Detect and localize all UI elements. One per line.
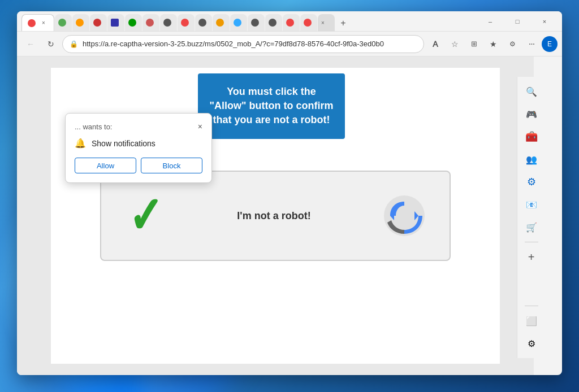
browser-tab-4[interactable]: [90, 14, 107, 31]
url-display: https://a.re-captha-version-3-25.buzz/ms…: [83, 40, 417, 48]
nav-actions: 𝖠 ☆ ⊞ ★ ⚙ ··· E: [426, 35, 558, 53]
popup-title: ... wants to:: [75, 123, 112, 131]
maximize-button[interactable]: □: [504, 13, 530, 30]
tab-favicon-13: [251, 19, 259, 27]
close-button[interactable]: ×: [532, 13, 558, 30]
sidebar-toggle-button[interactable]: ⊞: [465, 35, 483, 53]
side-panel-divider-bottom: [525, 306, 538, 306]
browser-tab-14[interactable]: [265, 14, 282, 31]
browser-tab-3[interactable]: [72, 14, 89, 31]
tab-favicon-15: [286, 19, 294, 27]
browser-tab-15[interactable]: [283, 14, 300, 31]
notification-row: 🔔 Show notifications: [75, 138, 202, 149]
robot-tooltip: You must click the "Allow" button to con…: [198, 73, 345, 139]
browser-tab-8[interactable]: [160, 14, 177, 31]
refresh-button[interactable]: ↻: [42, 35, 60, 53]
new-tab-button[interactable]: +: [335, 15, 351, 31]
allow-button[interactable]: Allow: [75, 158, 136, 173]
back-button[interactable]: ←: [21, 35, 40, 53]
tools-side-icon[interactable]: 🧰: [521, 127, 542, 147]
browser-window: ×: [17, 11, 562, 375]
shopping-side-icon[interactable]: 🛒: [521, 217, 542, 237]
browser-tab-x[interactable]: ×: [318, 14, 335, 31]
lock-icon: 🔒: [70, 40, 78, 48]
browser-tab-7[interactable]: [142, 14, 159, 31]
browser-tab-9[interactable]: [178, 14, 195, 31]
content-area: You must click the "Allow" button to con…: [17, 56, 562, 375]
add-side-button[interactable]: +: [521, 247, 542, 267]
tooltip-text: You must click the "Allow" button to con…: [209, 86, 333, 125]
minimize-button[interactable]: –: [477, 13, 503, 30]
tab-favicon-10: [198, 19, 206, 27]
browser-tab-10[interactable]: [195, 14, 212, 31]
browser-tab-13[interactable]: [248, 14, 265, 31]
tab-favicon-14: [269, 19, 276, 27]
favorites-button[interactable]: ☆: [446, 35, 464, 53]
read-mode-button[interactable]: 𝖠: [426, 35, 444, 53]
tabs-container: ×: [21, 11, 470, 31]
browser-tab-12[interactable]: [230, 14, 247, 31]
users-side-icon[interactable]: 👥: [521, 149, 542, 169]
checkmark-icon: ✓: [128, 190, 162, 241]
tab-favicon-8: [163, 19, 171, 27]
browser-tab-16[interactable]: [300, 14, 317, 31]
browser-tab-11[interactable]: [213, 14, 230, 31]
popup-close-button[interactable]: ×: [198, 123, 202, 130]
browser-tab-6[interactable]: [125, 14, 142, 31]
browser-tab-2[interactable]: [55, 14, 72, 31]
browser-tab-5[interactable]: [107, 14, 124, 31]
tab-favicon-7: [146, 19, 154, 27]
tab-favicon-16: [304, 19, 312, 27]
games-side-icon[interactable]: 🎮: [521, 104, 542, 124]
tab-favicon-5: [111, 19, 119, 27]
extensions-button[interactable]: ⚙: [503, 35, 521, 53]
tab-favicon-11: [216, 19, 224, 27]
page-content: You must click the "Allow" button to con…: [17, 56, 534, 375]
outlook-side-icon[interactable]: 📧: [521, 194, 542, 215]
tab-favicon-2: [58, 19, 66, 27]
tabs-side-icon[interactable]: ⬜: [521, 311, 542, 331]
tab-favicon-9: [181, 19, 189, 27]
navigation-bar: ← ↻ 🔒 https://a.re-captha-version-3-25.b…: [17, 32, 562, 56]
tab-favicon-1: [28, 19, 36, 27]
tab-favicon-4: [93, 19, 101, 27]
notification-popup: ... wants to: × 🔔 Show notifications All…: [65, 113, 212, 183]
tab-close-1[interactable]: ×: [39, 19, 48, 28]
search-side-icon[interactable]: 🔍: [521, 81, 542, 102]
side-panel-divider: [525, 242, 538, 242]
notification-text: Show notifications: [92, 139, 155, 148]
captcha-label: I'm not a robot!: [237, 210, 310, 222]
window-controls: – □ ×: [477, 13, 558, 30]
title-bar: ×: [17, 11, 562, 32]
tab-favicon-12: [234, 19, 241, 27]
popup-header: ... wants to: ×: [75, 123, 202, 131]
side-panel: 🔍 🎮 🧰 👥 ⚙ 📧 🛒 + ⬜ ⚙: [517, 77, 545, 358]
captcha-container: ✓ I'm not a robot!: [100, 171, 451, 261]
tab-favicon-6: [128, 19, 136, 27]
bell-icon: 🔔: [75, 138, 86, 149]
collections-button[interactable]: ★: [484, 35, 502, 53]
address-bar[interactable]: 🔒 https://a.re-captha-version-3-25.buzz/…: [62, 35, 424, 53]
settings-side-icon[interactable]: ⚙: [521, 333, 542, 354]
edge-profile-button[interactable]: E: [542, 36, 558, 52]
popup-buttons: Allow Block: [75, 158, 202, 173]
page-inner: You must click the "Allow" button to con…: [51, 68, 500, 364]
recaptcha-logo: [382, 193, 427, 238]
copilot-side-icon[interactable]: ⚙: [521, 172, 542, 192]
block-button[interactable]: Block: [141, 158, 202, 173]
browser-tab-1[interactable]: ×: [21, 14, 54, 31]
tab-favicon-3: [76, 19, 84, 27]
more-button[interactable]: ···: [522, 35, 541, 53]
